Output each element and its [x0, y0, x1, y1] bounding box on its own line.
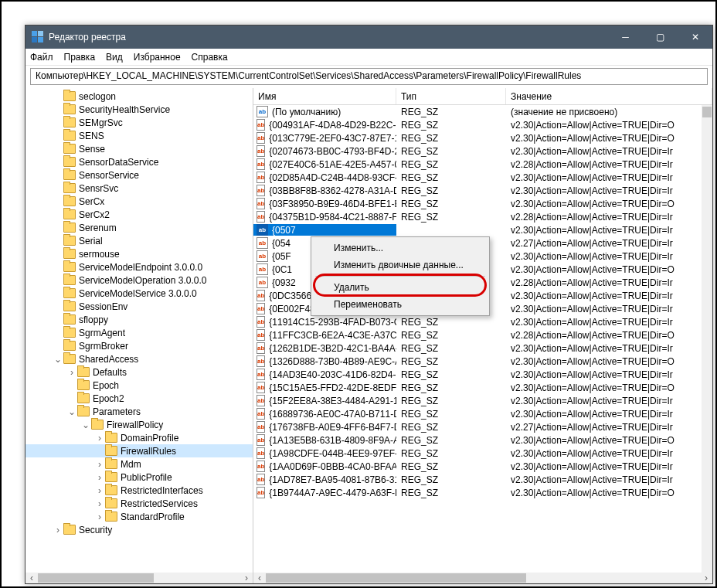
menu-file[interactable]: Файл: [30, 52, 53, 63]
tree-item[interactable]: ›SensrSvc: [25, 182, 253, 195]
ctx-rename[interactable]: Переименовать: [314, 296, 487, 313]
ctx-modify[interactable]: Изменить...: [314, 240, 487, 257]
value-row[interactable]: ab{03F38950-B9E9-46D4-BFE1-EE418...REG_S…: [253, 197, 712, 210]
value-row[interactable]: ab{15F2EE8A-38E3-4484-A291-1D8F8...REG_S…: [253, 394, 712, 407]
tree-item[interactable]: ›SecurityHealthService: [25, 103, 253, 116]
value-row[interactable]: ab{03BB8F8B-8362-4278-A31A-D189...REG_SZ…: [253, 184, 712, 197]
value-row[interactable]: ab{15C15AE5-FFD2-42DE-8EDF-91B3...REG_SZ…: [253, 381, 712, 394]
value-row[interactable]: ab{02074673-BB0C-4793-BF4D-2ED9...REG_SZ…: [253, 144, 712, 158]
tree-item[interactable]: ›Epoch2: [25, 392, 253, 405]
value-row[interactable]: ab{11914C15-293B-4FAD-B073-C5DE...REG_SZ…: [253, 315, 712, 328]
scroll-thumb[interactable]: [266, 573, 526, 583]
expand-icon[interactable]: ›: [67, 368, 76, 377]
tree-item[interactable]: ⌄SharedAccess: [25, 352, 253, 365]
value-row[interactable]: ab{1A98CDFE-044B-4EE9-97EF-2581...REG_SZ…: [253, 447, 712, 460]
value-row[interactable]: ab{027E40C6-51AE-42E5-A457-0DE1...REG_SZ…: [253, 158, 712, 171]
tree-item[interactable]: ›ServiceModelEndpoint 3.0.0.0: [25, 260, 253, 274]
values-pane[interactable]: Имя Тип Значение ab(По умолчанию)REG_SZ(…: [253, 88, 712, 583]
list-vscroll[interactable]: [702, 105, 712, 573]
value-row[interactable]: ab{04375B1D-9584-4C21-8887-F21F3...REG_S…: [253, 210, 712, 223]
tree-item[interactable]: ›SgrmBroker: [25, 339, 253, 352]
value-row[interactable]: ab{013C779E-2EF0-43C7-87E7-1A436...REG_S…: [253, 131, 712, 144]
tree-item[interactable]: ›SerCx2: [25, 208, 253, 221]
tree-item[interactable]: ›RestrictedInterfaces: [25, 484, 253, 497]
value-row[interactable]: ab(По умолчанию)REG_SZ(значение не присв…: [253, 105, 712, 118]
ctx-delete[interactable]: Удалить: [314, 279, 487, 296]
tree-item[interactable]: ›Epoch: [25, 379, 253, 392]
tree-hscroll[interactable]: ‹ ›: [25, 573, 253, 583]
value-row[interactable]: ab{02D85A4D-C24B-44D8-93CF-3331...REG_SZ…: [253, 171, 712, 184]
tree-item[interactable]: ›SensorDataService: [25, 155, 253, 168]
tree-item[interactable]: ›RestrictedServices: [25, 497, 253, 510]
tree-item[interactable]: ›Security: [25, 523, 253, 536]
list-header[interactable]: Имя Тип Значение: [253, 88, 712, 105]
value-row[interactable]: ab{1AA0D69F-0BBB-4CA0-BFAA-B18...REG_SZv…: [253, 460, 712, 473]
expand-icon[interactable]: ›: [53, 525, 63, 535]
tree-item[interactable]: ›sfloppy: [25, 313, 253, 326]
tree-item[interactable]: ›SEMgrSvc: [25, 116, 253, 129]
tree-item[interactable]: ⌄FirewallPolicy: [25, 418, 253, 431]
ctx-modify-binary[interactable]: Изменить двоичные данные...: [314, 257, 487, 274]
expand-icon[interactable]: ›: [95, 473, 104, 482]
tree-item[interactable]: ›SensorService: [25, 168, 253, 182]
expand-icon[interactable]: ›: [95, 499, 104, 508]
menu-edit[interactable]: Правка: [64, 52, 96, 63]
value-row[interactable]: ab{0507v2.30|Action=Allow|Active=TRUE|Di…: [253, 223, 712, 236]
scroll-thumb[interactable]: [702, 107, 712, 117]
string-value-icon: ab: [257, 224, 268, 236]
list-hscroll[interactable]: ‹ ›: [253, 573, 712, 583]
scroll-left-icon[interactable]: ‹: [25, 573, 38, 583]
tree-item[interactable]: ›SerCx: [25, 195, 253, 208]
tree-pane[interactable]: ›seclogon›SecurityHealthService›SEMgrSvc…: [25, 88, 253, 583]
value-row[interactable]: ab{16889736-AE0C-47A0-B711-D500...REG_SZ…: [253, 407, 712, 420]
expand-icon[interactable]: ›: [95, 512, 104, 522]
tree-item[interactable]: ›Mdm: [25, 457, 253, 471]
expand-icon[interactable]: ⌄: [53, 355, 63, 364]
menu-favorites[interactable]: Избранное: [134, 52, 181, 63]
expand-icon[interactable]: ›: [95, 486, 104, 495]
col-type[interactable]: Тип: [396, 88, 506, 104]
menu-help[interactable]: Справка: [192, 52, 228, 63]
tree-item[interactable]: ›Serenum: [25, 221, 253, 234]
tree-item[interactable]: ›ServiceModelOperation 3.0.0.0: [25, 274, 253, 287]
titlebar[interactable]: Редактор реестра ─ ▢ ✕: [25, 25, 712, 49]
tree-item[interactable]: ›seclogon: [25, 90, 253, 103]
expand-icon[interactable]: ⌄: [81, 420, 90, 430]
value-row[interactable]: ab{1326D888-73B0-4B89-AE9C-ACF6...REG_SZ…: [253, 355, 712, 368]
tree-item[interactable]: ›SessionEnv: [25, 300, 253, 313]
col-name[interactable]: Имя: [253, 88, 396, 104]
scroll-right-icon[interactable]: ›: [240, 573, 253, 583]
tree-item[interactable]: ›Serial: [25, 234, 253, 247]
tree-item[interactable]: ›DomainProfile: [25, 431, 253, 444]
expand-icon[interactable]: ›: [95, 433, 104, 443]
minimize-button[interactable]: ─: [608, 25, 643, 49]
expand-icon[interactable]: ⌄: [67, 407, 76, 416]
col-value[interactable]: Значение: [506, 88, 712, 104]
tree-item[interactable]: ›SENS: [25, 129, 253, 142]
value-row[interactable]: ab{004931AF-4DA8-4D29-B22C-7DFF...REG_SZ…: [253, 118, 712, 131]
menu-view[interactable]: Вид: [106, 52, 123, 63]
value-row[interactable]: ab{176738FB-A0E9-4FF6-B4F7-DA67...REG_SZ…: [253, 420, 712, 433]
value-row[interactable]: ab{1AD78E7-BA95-4081-87B6-31E6...REG_SZv…: [253, 473, 712, 486]
maximize-button[interactable]: ▢: [643, 25, 678, 49]
address-bar[interactable]: Компьютер\HKEY_LOCAL_MACHINE\SYSTEM\Curr…: [30, 68, 708, 85]
close-button[interactable]: ✕: [678, 25, 712, 49]
tree-item[interactable]: ›SgrmAgent: [25, 326, 253, 339]
tree-item[interactable]: ›Defaults: [25, 365, 253, 379]
value-row[interactable]: ab{14AD3E40-203C-41D6-82D4-C1A...REG_SZv…: [253, 368, 712, 381]
tree-item[interactable]: ›FirewallRules: [25, 444, 253, 457]
value-row[interactable]: ab{1262B1DE-3B2D-42C1-BA4A-DCC...REG_SZv…: [253, 342, 712, 355]
scroll-left-icon[interactable]: ‹: [253, 573, 266, 583]
tree-item[interactable]: ›sermouse: [25, 247, 253, 260]
scroll-right-icon[interactable]: ›: [700, 573, 712, 583]
tree-item[interactable]: ›Sense: [25, 142, 253, 155]
scroll-thumb[interactable]: [38, 573, 154, 583]
tree-item[interactable]: ›StandardProfile: [25, 510, 253, 523]
value-row[interactable]: ab{1A13E5B8-631B-4809-8F9A-A97E...REG_SZ…: [253, 433, 712, 447]
tree-item[interactable]: ⌄Parameters: [25, 405, 253, 418]
value-row[interactable]: ab{1B9744A7-A9EC-4479-A63F-D467...REG_SZ…: [253, 486, 712, 499]
expand-icon[interactable]: ›: [95, 460, 104, 469]
value-row[interactable]: ab{11FFC3CB-6E2A-4C3E-A37C-1BE2...REG_SZ…: [253, 328, 712, 342]
tree-item[interactable]: ›PublicProfile: [25, 471, 253, 484]
tree-item[interactable]: ›ServiceModelService 3.0.0.0: [25, 287, 253, 300]
